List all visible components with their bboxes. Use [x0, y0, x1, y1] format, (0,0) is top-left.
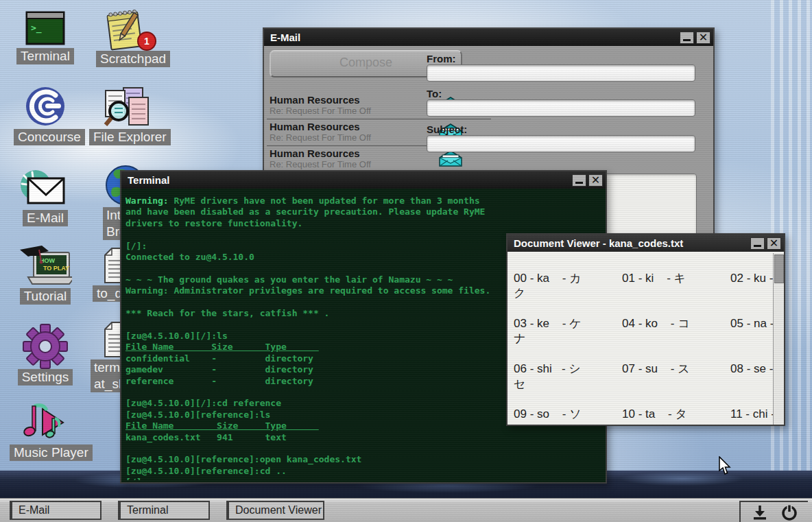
desktop-icon-file-explorer[interactable]: File Explorer — [89, 86, 160, 145]
desktop-icon-music-player[interactable]: Music Player — [10, 399, 81, 461]
power-icon[interactable] — [779, 503, 800, 521]
terminal-app-icon: >_ — [25, 10, 66, 48]
document-viewer-title: Document Viewer - kana_codes.txt — [514, 237, 750, 249]
subject-field[interactable] — [427, 135, 695, 152]
icon-label: Music Player — [10, 444, 93, 461]
scrollbar[interactable] — [773, 253, 784, 425]
to-field[interactable] — [427, 99, 695, 117]
tutorial-app-icon: HOW TO PLAY — [19, 244, 72, 288]
desktop-icon-email[interactable]: E-Mail — [14, 169, 77, 226]
taskbar-button-email[interactable]: E-Mail — [10, 501, 102, 520]
icon-label: E-Mail — [23, 210, 68, 226]
document-viewer-window: Document Viewer - kana_codes.txt ✕ 00 - … — [506, 233, 785, 426]
icon-label: File Explorer — [89, 129, 171, 145]
email-window-titlebar[interactable]: E-Mail ✕ — [264, 29, 713, 46]
download-icon[interactable] — [750, 503, 770, 521]
close-icon[interactable]: ✕ — [767, 237, 781, 250]
icon-label: Settings — [18, 369, 73, 385]
desktop-icon-concourse[interactable]: Concourse — [14, 86, 77, 145]
settings-app-icon — [23, 324, 68, 369]
taskbar-button-document-viewer[interactable]: Document Viewer — [226, 501, 324, 520]
desktop: >_ Terminal 1 Scratchpad Concourse — [0, 0, 812, 522]
file-explorer-app-icon — [97, 86, 152, 129]
music-player-app-icon — [19, 399, 71, 444]
taskbar-system-tray — [739, 501, 808, 522]
minimize-button[interactable] — [750, 237, 765, 250]
close-icon[interactable]: ✕ — [696, 32, 710, 44]
svg-text:TO PLAY: TO PLAY — [43, 265, 69, 272]
desktop-icon-settings[interactable]: Settings — [14, 324, 77, 385]
icon-label: Concourse — [14, 129, 85, 145]
minimize-button[interactable] — [572, 174, 586, 187]
email-app-icon — [17, 169, 73, 210]
taskbar: E-Mail Terminal Document Viewer — [0, 498, 812, 522]
terminal-window-title: Terminal — [128, 174, 572, 186]
email-window-title: E-Mail — [270, 32, 680, 43]
svg-text:>_: >_ — [31, 23, 42, 34]
minimize-button[interactable] — [680, 32, 694, 44]
to-label: To: — [427, 88, 442, 99]
subject-label: Subject: — [427, 123, 467, 135]
concourse-app-icon — [25, 86, 66, 129]
icon-label: Scratchpad — [96, 51, 170, 67]
icon-label: Tutorial — [20, 288, 71, 305]
from-label: From: — [427, 53, 456, 64]
desktop-icon-tutorial[interactable]: HOW TO PLAY Tutorial — [14, 244, 77, 305]
scrollbar-thumb[interactable] — [774, 254, 784, 283]
from-field[interactable] — [427, 64, 695, 82]
document-content: 00 - ka - カ01 - ki - キ02 - ku -ク03 - ke … — [508, 253, 774, 425]
icon-label: Terminal — [16, 48, 74, 64]
open-envelope-icon — [439, 150, 462, 167]
taskbar-button-terminal[interactable]: Terminal — [118, 501, 210, 520]
notification-badge: 1 — [137, 32, 156, 51]
desktop-icon-scratchpad[interactable]: 1 Scratchpad — [96, 5, 158, 67]
desktop-icon-terminal[interactable]: >_ Terminal — [14, 10, 77, 64]
terminal-window-titlebar[interactable]: Terminal ✕ — [121, 171, 606, 189]
close-icon[interactable]: ✕ — [588, 174, 603, 187]
document-viewer-titlebar[interactable]: Document Viewer - kana_codes.txt ✕ — [508, 235, 784, 252]
